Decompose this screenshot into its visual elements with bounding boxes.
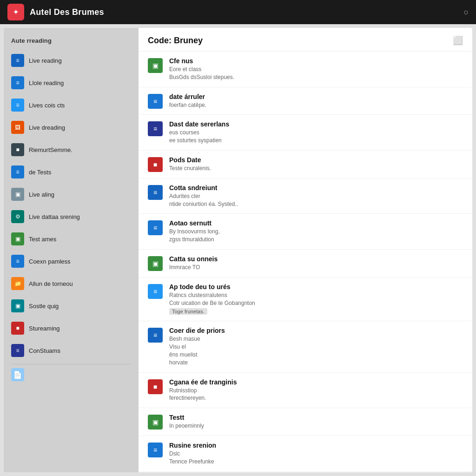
list-content-date-arruler: date árruler foerfan catêpe. [169,93,463,109]
list-title-coer-die-de-prors: Coer die de priors [169,327,463,334]
list-title-ap-tode-deu: Ap tode deu to urés [169,283,463,291]
sidebar-icon-sostle-quig: ▣ [11,299,24,312]
sidebar-icon-lives-cois: ≡ [11,99,24,112]
list-desc-coer-die-de-prors: Besh masueVisu elêns muelisthorvate [169,335,463,366]
list-icon-testt: ▣ [148,415,163,430]
list-item-date-arruler[interactable]: ≡ date árruler foerfan catêpe. [139,87,472,115]
sidebar-item-live-reading[interactable]: ≡ Live reading [7,50,135,71]
list-title-cfe-nus: Cfe nus [169,57,463,65]
sidebar-label-live-data-srening: Live dattaa srening [29,213,80,220]
sidebar-divider [11,364,131,364]
navbar-right-icon[interactable]: ○ [463,7,469,17]
sidebar-label-con-stuams: ConStuams [29,347,60,354]
sidebar-icon-riem-semme: ■ [11,143,24,156]
sidebar-item-live-data-srening[interactable]: ⚙ Live dattaa srening [7,206,135,227]
sidebar-label-allun-de-torneou: Allun de torneou [29,280,73,287]
panel-items: ▣ Cfe nus Eore et classBusGds dsSusloi s… [139,52,472,472]
list-title-cgana-ee-de-tranginis: Cgana ée de tranginis [169,378,463,386]
list-icon-coer-die-de-prors: ≡ [148,328,163,343]
sidebar-icon-live-reading: ≡ [11,54,24,67]
panel-title: Code: Bruney [148,36,203,46]
sidebar-icon-llole-reading: ≡ [11,76,24,89]
list-title-date-arruler: date árruler [169,93,463,100]
list-desc-catta-su-onneis: Immrace TO [169,264,463,271]
sidebar-label-stureaming: Stureaming [29,325,60,332]
list-content-cgana-ee-de-tranginis: Cgana ée de tranginis Rutnisstiopferecti… [169,378,463,403]
logo-icon: ✦ [13,8,19,16]
list-item-dast-date-sererlans[interactable]: ≡ Dast date sererlans eus coursesee sstu… [139,115,472,151]
list-icon-cfe-nus: ▣ [148,58,163,73]
list-icon-dast-date-sererlans: ≡ [148,121,163,136]
list-item-rusine-srenion[interactable]: ≡ Rusine srenion DslcTennce Preefunke [139,436,472,472]
list-title-dast-date-sererlans: Dast date sererlans [169,120,463,128]
list-content-cotta-sndreiunt: Cotta sndreiunt Adurites clerntide coniu… [169,184,463,208]
sidebar-section-title: Aute rreading [7,35,135,50]
list-item-ap-tode-deu[interactable]: ≡ Ap tode deu to urés Ratncs clustesrral… [139,278,472,322]
sidebar-item-live-aling[interactable]: ▣ Live aling [7,184,135,205]
list-item-cfe-nus[interactable]: ▣ Cfe nus Eore et classBusGds dsSusloi s… [139,52,472,87]
list-title-rusine-srenion: Rusine srenion [169,442,463,449]
panel-header-icon[interactable]: ⬜ [453,35,463,46]
list-content-pods-date: Pods Date Teste cnuralenis. [169,156,463,172]
sidebar-standalone-icon[interactable]: 📄 [11,368,24,381]
list-title-testt: Testt [169,414,463,421]
sidebar-item-allun-de-torneou[interactable]: 📁 Allun de torneou [7,273,135,294]
list-icon-rusine-srenion: ≡ [148,443,163,457]
list-icon-date-arruler: ≡ [148,94,163,109]
sidebar-icon-live-dreading: 🖼 [11,121,24,134]
list-item-alisinos-roucatu[interactable]: ≡ Alisinos roucatu Hls sopurausDhosmigu [139,472,472,472]
list-item-cgana-ee-de-tranginis[interactable]: ■ Cgana ée de tranginis Rutnisstiopferec… [139,373,472,409]
sidebar-item-de-tests[interactable]: ≡ de Tests [7,161,135,183]
sidebar-label-live-reading: Live reading [29,57,62,64]
list-desc-aotao-sernutt: By Insoovurms long,zgss tlmuraldution [169,228,463,244]
list-content-dast-date-sererlans: Dast date sererlans eus coursesee ssturt… [169,120,463,145]
list-icon-pods-date: ■ [148,157,163,172]
list-desc-rusine-srenion: DslcTennce Preefunke [169,450,463,466]
list-title-cotta-sndreiunt: Cotta sndreiunt [169,184,463,192]
list-item-aotao-sernutt[interactable]: ≡ Aotao sernutt By Insoovurms long,zgss … [139,214,472,250]
list-desc-dast-date-sererlans: eus coursesee ssturtes syspatien [169,129,463,145]
sidebar-label-lives-cois: Lives cois cts [29,102,65,109]
list-item-cotta-sndreiunt[interactable]: ≡ Cotta sndreiunt Adurites clerntide con… [139,178,472,214]
sidebar-label-coexn-pamless: Coexn pamless [29,258,71,265]
sidebar-item-live-dreading[interactable]: 🖼 Live dreading [7,117,135,138]
sidebar-icon-live-data-srening: ⚙ [11,210,24,223]
list-desc-cgana-ee-de-tranginis: Rutnisstiopferectinereyen. [169,387,463,403]
list-icon-aotao-sernutt: ≡ [148,220,163,235]
list-content-rusine-srenion: Rusine srenion DslcTennce Preefunke [169,442,463,466]
sidebar-item-coexn-pamless[interactable]: ≡ Coexn pamless [7,251,135,272]
list-title-pods-date: Pods Date [169,156,463,164]
sidebar-icon-stureaming: ■ [11,322,24,335]
panel-header: Code: Bruney ⬜ [139,28,472,52]
sidebar-label-riem-semme: RiemurtSemme. [29,146,73,153]
list-desc-pods-date: Teste cnuralenis. [169,165,463,172]
app-logo: ✦ [7,4,24,20]
sidebar-item-sostle-quig[interactable]: ▣ Sostle quig [7,295,135,317]
list-item-catta-su-onneis[interactable]: ▣ Catta su onneis Immrace TO [139,250,472,278]
sidebar-label-llole-reading: LIole reading [29,79,64,86]
list-content-coer-die-de-prors: Coer die de priors Besh masueVisu elêns … [169,327,463,366]
sidebar-item-riem-semme[interactable]: ■ RiemurtSemme. [7,139,135,160]
sidebar-item-stureaming[interactable]: ■ Stureaming [7,317,135,339]
list-icon-ap-tode-deu: ≡ [148,284,163,299]
list-desc-date-arruler: foerfan catêpe. [169,101,463,109]
sidebar-item-llole-reading[interactable]: ≡ LIole reading [7,72,135,93]
sidebar-label-live-aling: Live aling [29,191,54,198]
list-desc-cfe-nus: Eore et classBusGds dsSusloi stepues. [169,66,463,81]
sidebar-icon-test-ames: ▣ [11,232,24,245]
list-desc-ap-tode-deu: Ratncs clustesrralutensCotr uication de … [169,291,463,307]
sidebar-item-test-ames[interactable]: ▣ Test ames [7,228,135,250]
list-item-tag-ap-tode-deu: Toge frunetas. [169,308,207,315]
list-icon-catta-su-onneis: ▣ [148,256,163,271]
sidebar-icon-allun-de-torneou: 📁 [11,277,24,290]
app-title: Autel Des Brumes [30,7,104,17]
list-content-testt: Testt In peoeminnly [169,414,463,430]
list-icon-cgana-ee-de-tranginis: ■ [148,379,163,394]
sidebar-item-con-stuams[interactable]: ≡ ConStuams [7,340,135,361]
list-content-catta-su-onneis: Catta su onneis Immrace TO [169,255,463,271]
list-title-catta-su-onneis: Catta su onneis [169,255,463,263]
sidebar-item-lives-cois[interactable]: ≡ Lives cois cts [7,94,135,116]
list-item-testt[interactable]: ▣ Testt In peoeminnly [139,408,472,436]
list-item-pods-date[interactable]: ■ Pods Date Teste cnuralenis. [139,151,472,178]
list-item-coer-die-de-prors[interactable]: ≡ Coer die de priors Besh masueVisu elên… [139,321,472,372]
